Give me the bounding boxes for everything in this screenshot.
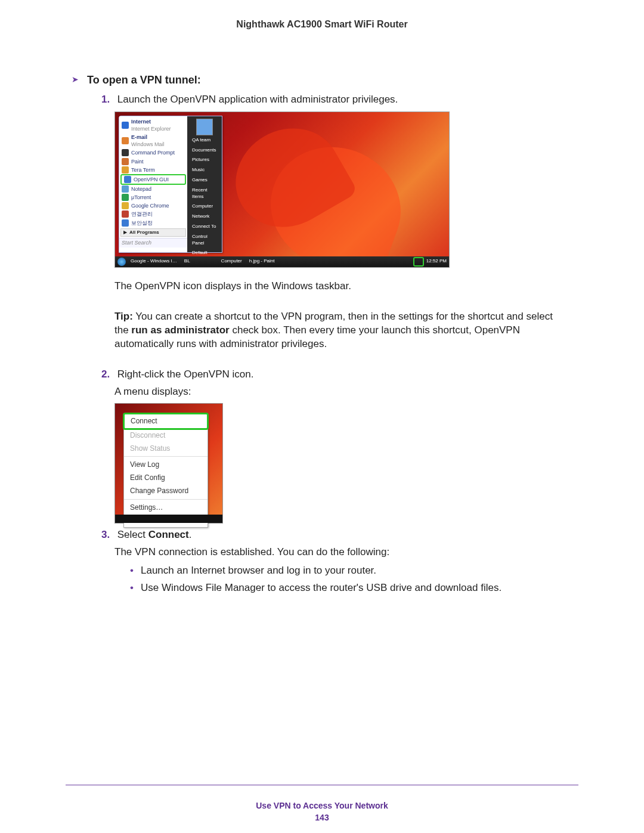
openvpn-context-menu: ConnectDisconnectShow StatusView LogEdit… (123, 413, 208, 528)
step-bold: Connect (148, 529, 189, 540)
start-menu-right-item[interactable]: Games (190, 175, 219, 185)
bullet-item: Use Windows File Manager to access the r… (130, 581, 578, 595)
taskbar-clock: 12:52 PM (426, 258, 447, 265)
start-menu-right-item[interactable]: Network (190, 212, 219, 222)
start-menu-right-item[interactable]: Documents (190, 145, 219, 156)
step-number: 1. (101, 93, 114, 107)
all-programs-button[interactable]: ▶All Programs (120, 228, 186, 237)
start-menu-right-column: QA teamDocumentsPicturesMusicGamesRecent… (187, 116, 222, 252)
start-menu-item[interactable]: Tera Term (119, 166, 187, 174)
start-menu-item[interactable]: 연결관리 (119, 210, 187, 218)
bullet-list: Launch an Internet browser and log in to… (66, 564, 578, 595)
step-text: Select (117, 529, 148, 540)
step-3-result: The VPN connection is established. You c… (114, 546, 578, 559)
start-menu-item[interactable]: InternetInternet Explorer (119, 117, 187, 133)
step-3: 3. Select Connect. (101, 528, 578, 542)
start-menu-right-item[interactable]: QA team (190, 135, 219, 145)
openvpn-tray-icon[interactable] (413, 257, 424, 267)
step-number: 2. (101, 368, 114, 382)
start-menu-item[interactable]: Command Prompt (119, 148, 187, 157)
start-menu-right-item[interactable]: Music (190, 165, 219, 175)
section-title: To open a VPN tunnel: (87, 73, 201, 87)
step-text: Launch the OpenVPN application with admi… (117, 94, 398, 105)
menu-item-edit-config[interactable]: Edit Config (124, 471, 208, 484)
figure-start-menu: InternetInternet ExplorerE-mailWindows M… (114, 112, 450, 268)
tip-label: Tip: (114, 311, 133, 322)
step-number: 3. (101, 528, 114, 542)
start-menu-item[interactable]: OpenVPN GUI (120, 174, 186, 185)
page-header: Nighthawk AC1900 Smart WiFi Router (66, 18, 578, 31)
tip-bold: run as administrator (131, 324, 229, 336)
start-menu-item[interactable]: 보안설정 (119, 219, 187, 227)
start-menu-right-item[interactable]: Recent Items (190, 185, 219, 202)
taskbar-tab[interactable]: Google - Windows I… (128, 258, 179, 265)
start-menu: InternetInternet ExplorerE-mailWindows M… (119, 116, 222, 253)
step-2: 2. Right-click the OpenVPN icon. (101, 368, 578, 382)
chevron-right-icon: ➤ (72, 74, 79, 85)
step-1: 1. Launch the OpenVPN application with a… (101, 93, 578, 107)
start-button-icon[interactable] (117, 258, 126, 266)
section-heading: ➤ To open a VPN tunnel: (72, 73, 578, 87)
start-menu-right-item[interactable]: Computer (190, 202, 219, 212)
start-menu-right-item[interactable]: Pictures (190, 155, 219, 165)
page-number: 143 (0, 812, 644, 823)
step-2-result: A menu displays: (114, 385, 578, 399)
step-text: Right-click the OpenVPN icon. (117, 368, 254, 380)
menu-item-change-password[interactable]: Change Password (124, 484, 208, 497)
start-menu-item[interactable]: E-mailWindows Mail (119, 133, 187, 148)
taskbar-tab[interactable]: BL (182, 258, 193, 265)
start-menu-right-item[interactable]: Control Panel (190, 232, 219, 249)
start-menu-item[interactable]: Google Chrome (119, 202, 187, 210)
taskbar-tab[interactable]: Computer (219, 258, 244, 265)
start-menu-item[interactable]: Paint (119, 157, 187, 166)
document-page: Nighthawk AC1900 Smart WiFi Router ➤ To … (0, 0, 644, 833)
footer-title: Use VPN to Access Your Network (0, 800, 644, 812)
menu-item-show-status: Show Status (124, 442, 208, 455)
menu-item-settings-[interactable]: Settings… (124, 501, 208, 514)
footer-rule (66, 785, 578, 785)
bullet-item: Launch an Internet browser and log in to… (130, 564, 578, 578)
start-menu-item[interactable]: Notepad (119, 185, 187, 193)
menu-item-disconnect: Disconnect (124, 429, 208, 442)
taskbar-tab[interactable]: h.jpg - Paint (247, 258, 277, 265)
menu-item-view-log[interactable]: View Log (124, 458, 208, 471)
menu-item-connect[interactable]: Connect (123, 413, 209, 429)
taskbar (115, 515, 222, 523)
user-avatar (196, 119, 213, 135)
start-menu-item[interactable]: μTorrent (119, 193, 187, 202)
start-search-input[interactable]: Start Search (119, 238, 187, 247)
taskbar: Google - Windows I… BL Computer h.jpg - … (115, 256, 449, 267)
start-menu-right-item[interactable]: Connect To (190, 222, 219, 232)
step-1-result: The OpenVPN icon displays in the Windows… (114, 280, 578, 293)
step-text: . (189, 529, 192, 540)
tip-block: Tip: You can create a shortcut to the VP… (114, 310, 578, 351)
figure-context-menu: ConnectDisconnectShow StatusView LogEdit… (114, 403, 223, 524)
